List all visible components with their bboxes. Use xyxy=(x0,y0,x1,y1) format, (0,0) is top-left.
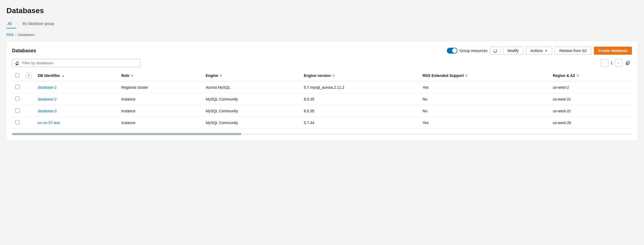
row-rds-extended-support: Yes xyxy=(419,117,549,129)
table-row: database-2 Regional cluster Aurora MySQL… xyxy=(12,81,632,93)
row-engine: Aurora MySQL xyxy=(203,81,301,93)
card-title: Databases xyxy=(12,48,36,54)
row-db-identifier: database-2 xyxy=(35,81,118,93)
col-rds-extended-support[interactable]: RDS Extended Support ▽ xyxy=(419,70,549,81)
row-engine-version: 5.7.mysql_aurora.2.11.2 xyxy=(301,81,419,93)
row-rds-extended-support: Yes xyxy=(419,81,549,93)
row-role: Instance xyxy=(118,117,203,129)
breadcrumb-separator: › xyxy=(15,33,16,37)
tab-divider xyxy=(17,20,17,27)
settings-button[interactable] xyxy=(624,59,632,67)
row-engine: MySQL Community xyxy=(203,93,301,105)
restore-button[interactable]: Restore from S3 xyxy=(555,47,591,55)
group-resources-label: Group resources xyxy=(460,49,488,53)
content-card: Databases Group resources Mo xyxy=(6,41,638,141)
breadcrumb-current: Databases xyxy=(18,33,35,37)
scrollbar-track[interactable] xyxy=(12,133,632,135)
table-row: database-3 Instance MySQL Community 8.0.… xyxy=(12,105,632,117)
col-engine-label: Engine xyxy=(206,73,218,78)
toggle-switch[interactable] xyxy=(447,48,458,54)
row-expand-cell xyxy=(23,105,35,117)
db-identifier-link[interactable]: database-2 xyxy=(38,97,57,101)
table-row: database-2 Instance MySQL Community 8.0.… xyxy=(12,93,632,105)
row-checkbox-1[interactable] xyxy=(15,96,20,101)
actions-button[interactable]: Actions ▼ xyxy=(526,47,552,55)
row-expand-cell xyxy=(23,81,35,93)
col-db-identifier[interactable]: DB identifier ▲ xyxy=(35,70,118,81)
restore-label: Restore from S3 xyxy=(559,49,587,53)
col-engine[interactable]: Engine ▽ xyxy=(203,70,301,81)
pagination-controls: ‹ 1 › xyxy=(601,59,632,67)
col-role-label: Role xyxy=(121,73,129,78)
row-expand-cell xyxy=(23,93,35,105)
table-row: es-on-57-test Instance MySQL Community 5… xyxy=(12,117,632,129)
modify-button[interactable]: Modify xyxy=(503,47,523,55)
db-identifier-link[interactable]: es-on-57-test xyxy=(38,121,60,125)
modify-label: Modify xyxy=(508,49,519,53)
search-bar[interactable] xyxy=(12,59,141,67)
header-row: + DB identifier ▲ Role ▽ xyxy=(12,70,632,81)
tabs-bar: All By database group xyxy=(6,19,638,28)
search-input[interactable] xyxy=(22,61,137,65)
table-body: database-2 Regional cluster Aurora MySQL… xyxy=(12,81,632,129)
group-resources-toggle[interactable]: Group resources xyxy=(447,48,488,54)
search-icon xyxy=(16,61,20,65)
header-actions: Group resources Modify Actions ▼ xyxy=(447,47,632,55)
sort-down-icon-role: ▽ xyxy=(131,74,133,77)
row-checkbox-3[interactable] xyxy=(15,120,20,124)
col-region-az[interactable]: Region & AZ ▽ xyxy=(549,70,632,81)
sort-down-icon-version: ▽ xyxy=(332,74,335,77)
breadcrumb-rds-link[interactable]: RDS xyxy=(6,33,14,37)
row-engine-version: 8.0.35 xyxy=(301,93,419,105)
sort-asc-icon: ▲ xyxy=(62,74,64,77)
row-engine-version: 5.7.44 xyxy=(301,117,419,129)
sort-down-icon-engine: ▽ xyxy=(220,74,222,77)
col-db-identifier-label: DB identifier xyxy=(38,73,60,78)
col-role[interactable]: Role ▽ xyxy=(118,70,203,81)
row-db-identifier: es-on-57-test xyxy=(35,117,118,129)
row-role: Instance xyxy=(118,105,203,117)
row-rds-extended-support: No xyxy=(419,105,549,117)
breadcrumb: RDS › Databases xyxy=(6,33,638,37)
col-engine-version[interactable]: Engine version ▽ xyxy=(301,70,419,81)
tab-by-database-group[interactable]: By database group xyxy=(18,19,59,28)
select-all-col xyxy=(12,70,23,81)
row-engine-version: 8.0.35 xyxy=(301,105,419,117)
row-checkbox-cell xyxy=(12,117,23,129)
expand-all-button[interactable]: + xyxy=(26,73,31,78)
scrollbar-thumb xyxy=(12,133,241,135)
gear-icon xyxy=(626,61,631,65)
sort-down-icon-rds: ▽ xyxy=(465,74,467,77)
chevron-down-icon: ▼ xyxy=(545,49,548,52)
card-header: Databases Group resources Mo xyxy=(12,47,632,55)
expand-col: + xyxy=(23,70,35,81)
tab-all[interactable]: All xyxy=(6,19,16,28)
row-expand-cell xyxy=(23,117,35,129)
table-header: + DB identifier ▲ Role ▽ xyxy=(12,70,632,81)
row-checkbox-2[interactable] xyxy=(15,108,20,113)
actions-label: Actions xyxy=(530,49,543,53)
row-region-az: us-west-2c xyxy=(549,93,632,105)
db-identifier-link[interactable]: database-2 xyxy=(38,85,57,90)
col-engine-version-label: Engine version xyxy=(304,73,331,78)
row-engine: MySQL Community xyxy=(203,105,301,117)
sort-down-icon-region: ▽ xyxy=(577,74,579,77)
row-engine: MySQL Community xyxy=(203,117,301,129)
col-region-az-label: Region & AZ xyxy=(553,73,575,78)
refresh-button[interactable] xyxy=(490,47,500,55)
select-all-checkbox[interactable] xyxy=(15,73,20,77)
databases-table: + DB identifier ▲ Role ▽ xyxy=(12,70,632,129)
create-label: Create database xyxy=(598,49,627,53)
next-page-button[interactable]: › xyxy=(615,59,622,67)
row-checkbox-cell xyxy=(12,105,23,117)
search-pagination-row: ‹ 1 › xyxy=(12,59,632,67)
row-region-az: us-west-2b xyxy=(549,117,632,129)
prev-page-button[interactable]: ‹ xyxy=(601,59,608,67)
db-identifier-link[interactable]: database-3 xyxy=(38,109,57,113)
create-database-button[interactable]: Create database xyxy=(594,47,632,55)
row-db-identifier: database-3 xyxy=(35,105,118,117)
row-region-az: us-west-2c xyxy=(549,105,632,117)
row-rds-extended-support: No xyxy=(419,93,549,105)
toggle-knob xyxy=(452,48,457,53)
row-checkbox-0[interactable] xyxy=(15,85,20,89)
